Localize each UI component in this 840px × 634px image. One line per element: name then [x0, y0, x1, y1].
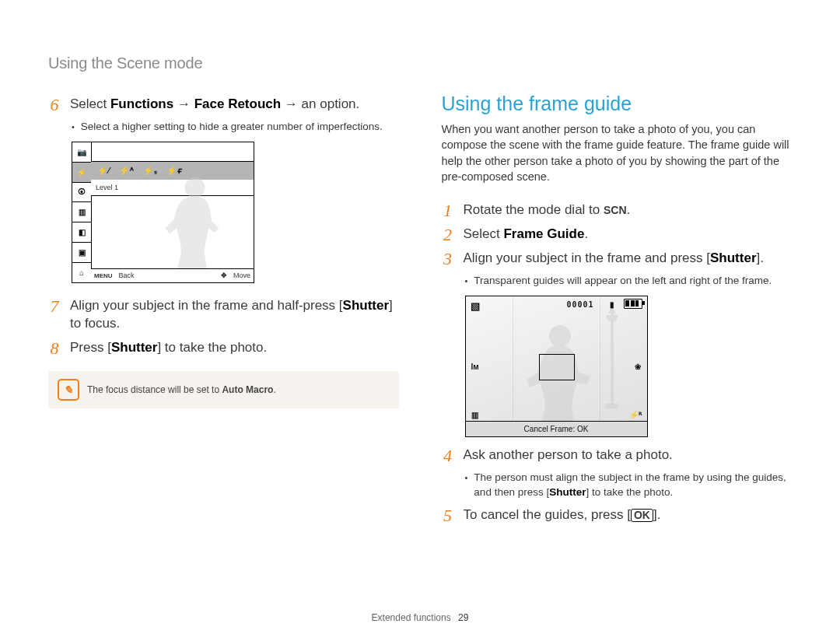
section-heading: Using the frame guide — [442, 93, 793, 115]
step-7: 7 Align your subject in the frame and ha… — [48, 297, 399, 333]
dpad-icon: ✥ — [218, 271, 230, 279]
step-3: 3 Align your subject in the frame and pr… — [442, 250, 793, 268]
sd-card-icon: ▮ — [610, 300, 614, 309]
text: Press [ — [70, 340, 111, 355]
step-8-text: Press [Shutter] to take the photo. — [70, 339, 267, 357]
text: The person must align the subject in the… — [474, 471, 792, 500]
shot-counter: 00001 — [566, 300, 593, 309]
text: Align your subject in the frame and half… — [70, 298, 343, 313]
ok-button-glyph: OK — [631, 509, 653, 522]
text: ] to take the photo. — [157, 340, 267, 355]
mode-icon-focus: ⦿ — [72, 182, 91, 202]
footer-section: Extended functions — [372, 612, 451, 623]
bottom-hint-bar: MENU Back ✥ Move — [91, 268, 254, 282]
step-2: 2 Select Frame Guide. — [442, 226, 793, 243]
step-number: 6 — [48, 96, 61, 114]
step-8: 8 Press [Shutter] to take the photo. — [48, 339, 399, 357]
intro-paragraph: When you want another person to take a p… — [442, 121, 793, 184]
step-1-text: Rotate the mode dial to SCN. — [464, 201, 631, 219]
note-text: The focus distance will be set to Auto M… — [87, 384, 276, 395]
bold-text: Face Retouch — [194, 96, 281, 111]
step-4: 4 Ask another person to take a photo. — [442, 447, 793, 464]
text: Rotate the mode dial to — [464, 202, 604, 217]
step-number: 2 — [442, 226, 454, 243]
focus-rectangle — [539, 354, 575, 380]
mode-icon-flash-selected: ⚡ — [72, 162, 91, 182]
subject-silhouette — [152, 169, 230, 270]
mode-scn-label: SCN — [604, 204, 627, 216]
page-header: Using the Scene mode — [48, 54, 792, 72]
move-label: Move — [230, 271, 254, 279]
text: . — [627, 202, 631, 217]
step-5-text: To cancel the guides, press [OK]. — [464, 506, 661, 524]
step-number: 1 — [442, 201, 454, 219]
step-number: 8 — [48, 339, 61, 357]
text: ] to take the photo. — [586, 486, 673, 498]
flash-indicator-icon: ⚡ᴿ — [629, 411, 642, 419]
bold-text: Shutter — [710, 250, 757, 265]
mode-icon: 📷 — [72, 142, 91, 162]
step-3-subnote: Transparent guides will appear on the le… — [465, 274, 793, 289]
left-column: 6 Select Functions → Face Retouch → an o… — [48, 93, 399, 531]
macro-icon: ❀ — [635, 362, 641, 370]
level-label: Level 1 — [96, 184, 118, 191]
text: . — [273, 384, 275, 395]
step-6-subnote: Select a higher setting to hide a greate… — [72, 120, 399, 135]
text: Align your subject in the frame and pres… — [464, 250, 711, 265]
menu-glyph: MENU — [91, 272, 116, 279]
cancel-frame-label: Cancel Frame: OK — [524, 425, 589, 433]
mode-icon: ▥ — [72, 201, 91, 222]
camera-screen-face-retouch: 📷 ⚡ ⦿ ▥ ◧ ▣ ⌂ ⚡⁄ ⚡ᴬ ⚡ₛ ⚡ғ Level 1 — [72, 142, 254, 283]
note-callout: ✎ The focus distance will be set to Auto… — [48, 371, 399, 408]
page-number: 29 — [458, 612, 468, 623]
text: ]. — [757, 250, 764, 265]
step-number: 5 — [442, 506, 454, 524]
step-number: 7 — [48, 297, 61, 315]
resolution-icon: Iм — [471, 362, 479, 370]
text: The focus distance will be set to — [87, 384, 222, 395]
flash-off-icon: ⚡⁄ — [97, 166, 110, 176]
two-column-layout: 6 Select Functions → Face Retouch → an o… — [48, 93, 792, 531]
flash-auto-icon: ⚡ᴬ — [119, 166, 134, 176]
mode-icon: ◧ — [72, 222, 91, 242]
mode-icon: ▣ — [72, 242, 91, 262]
step-7-text: Align your subject in the frame and half… — [70, 297, 399, 333]
bold-text: Shutter — [343, 298, 390, 313]
text: Transparent guides will appear on the le… — [474, 274, 772, 289]
arrow-text: → — [173, 96, 194, 111]
step-5: 5 To cancel the guides, press [OK]. — [442, 506, 793, 524]
bottom-hint-bar: Cancel Frame: OK — [466, 421, 647, 436]
text: Select — [464, 226, 504, 241]
frame-guide-left — [483, 296, 513, 422]
text: ]. — [653, 507, 660, 522]
step-2-text: Select Frame Guide. — [464, 226, 589, 243]
text: → an option. — [281, 96, 359, 111]
bold-text: Auto Macro — [222, 384, 273, 395]
streetlamp-silhouette — [604, 306, 621, 422]
page-footer: Extended functions 29 — [0, 612, 840, 623]
step-3-text: Align your subject in the frame and pres… — [464, 250, 764, 268]
step-4-subnote: The person must align the subject in the… — [465, 471, 793, 500]
battery-icon — [624, 299, 642, 310]
back-label: Back — [116, 271, 138, 279]
step-6-text: Select Functions → Face Retouch → an opt… — [70, 96, 359, 114]
step-number: 4 — [442, 447, 454, 464]
right-column: Using the frame guide When you want anot… — [442, 93, 793, 531]
page: Using the Scene mode 6 Select Functions … — [0, 0, 840, 634]
camera-screen-frame-guide: ▧ 00001 ▮ Iм ❀ ▥ ⚡ᴿ Cancel Frame: OK — [465, 296, 648, 437]
mode-icon-strip: 📷 ⚡ ⦿ ▥ ◧ ▣ ⌂ — [72, 142, 92, 282]
text: Select — [70, 96, 110, 111]
bold-text: Shutter — [111, 340, 158, 355]
step-1: 1 Rotate the mode dial to SCN. — [442, 201, 793, 219]
note-icon: ✎ — [58, 379, 79, 401]
text: . — [584, 226, 588, 241]
text: Select a higher setting to hide a greate… — [81, 120, 383, 135]
step-number: 3 — [442, 250, 454, 268]
bold-text: Functions — [110, 96, 173, 111]
bold-text: Frame Guide — [503, 226, 584, 241]
bold-text: Shutter — [549, 486, 586, 498]
quality-icon: ▥ — [471, 411, 478, 419]
mode-icon: ▧ — [471, 300, 480, 312]
step-4-text: Ask another person to take a photo. — [464, 447, 673, 464]
mode-icon: ⌂ — [72, 262, 91, 282]
